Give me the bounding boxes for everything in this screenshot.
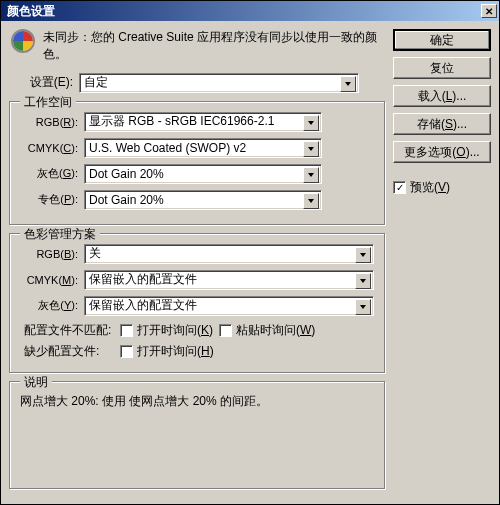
settings-row: 设置(E): 自定 [9,73,385,93]
dropdown-arrow-icon [303,167,319,183]
mgmt-cmyk-label: CMYK(M): [20,274,78,286]
rgb-dropdown[interactable]: 显示器 RGB - sRGB IEC61966-2.1 [84,112,322,132]
ask-paste-mismatch-label: 粘贴时询问(W) [236,322,315,339]
management-group: 色彩管理方案 RGB(B): 关 CMYK(M): 保留嵌入的配置文件 [9,233,385,373]
dropdown-arrow-icon [355,247,371,263]
ask-open-mismatch[interactable]: 打开时询问(K) [120,322,213,339]
left-panel: 未同步：您的 Creative Suite 应用程序没有同步以使用一致的颜色。 … [9,29,385,496]
checkbox-icon [120,345,133,358]
ok-button[interactable]: 确定 [393,29,491,51]
ask-paste-mismatch[interactable]: 粘贴时询问(W) [219,322,315,339]
mgmt-gray-value: 保留嵌入的配置文件 [89,297,197,314]
workspace-title: 工作空间 [20,94,76,111]
mgmt-cmyk-row: CMYK(M): 保留嵌入的配置文件 [20,270,374,290]
dropdown-arrow-icon [355,299,371,315]
ask-open-missing[interactable]: 打开时询问(H) [120,343,214,360]
dropdown-arrow-icon [303,115,319,131]
mgmt-rgb-label: RGB(B): [20,248,78,260]
mgmt-rgb-dropdown[interactable]: 关 [84,244,374,264]
preview-checkbox[interactable]: ✓ 预览(V) [393,179,491,196]
description-title: 说明 [20,374,52,391]
load-button[interactable]: 载入(L)... [393,85,491,107]
rgb-row: RGB(R): 显示器 RGB - sRGB IEC61966-2.1 [20,112,374,132]
missing-row: 缺少配置文件: 打开时询问(H) [20,343,374,360]
ask-open-missing-label: 打开时询问(H) [137,343,214,360]
gray-row: 灰色(G): Dot Gain 20% [20,164,374,184]
spot-dropdown[interactable]: Dot Gain 20% [84,190,322,210]
reset-button[interactable]: 复位 [393,57,491,79]
ask-open-mismatch-label: 打开时询问(K) [137,322,213,339]
dialog-title: 颜色设置 [7,3,55,20]
rgb-value: 显示器 RGB - sRGB IEC61966-2.1 [89,113,274,130]
sync-message: 未同步：您的 Creative Suite 应用程序没有同步以使用一致的颜色。 [43,29,385,63]
content: 未同步：您的 Creative Suite 应用程序没有同步以使用一致的颜色。 … [1,21,499,504]
gray-dropdown[interactable]: Dot Gain 20% [84,164,322,184]
gray-label: 灰色(G): [20,166,78,181]
rgb-label: RGB(R): [20,116,78,128]
mismatch-label: 配置文件不匹配: [24,322,114,339]
mgmt-gray-label: 灰色(Y): [20,298,78,313]
sync-warning-icon [11,29,35,53]
more-options-button[interactable]: 更多选项(O)... [393,141,491,163]
mgmt-gray-dropdown[interactable]: 保留嵌入的配置文件 [84,296,374,316]
cmyk-label: CMYK(C): [20,142,78,154]
management-title: 色彩管理方案 [20,226,100,243]
missing-label: 缺少配置文件: [24,343,114,360]
save-button[interactable]: 存储(S)... [393,113,491,135]
checkbox-icon [219,324,232,337]
cmyk-value: U.S. Web Coated (SWOP) v2 [89,141,246,155]
cmyk-row: CMYK(C): U.S. Web Coated (SWOP) v2 [20,138,374,158]
mgmt-gray-row: 灰色(Y): 保留嵌入的配置文件 [20,296,374,316]
settings-label: 设置(E): [27,74,73,91]
mismatch-row: 配置文件不匹配: 打开时询问(K) 粘贴时询问(W) [20,322,374,339]
mgmt-rgb-value: 关 [89,245,101,262]
settings-dropdown[interactable]: 自定 [79,73,359,93]
dialog-window: 颜色设置 ✕ 未同步：您的 Creative Suite 应用程序没有同步以使用… [0,0,500,505]
mgmt-rgb-row: RGB(B): 关 [20,244,374,264]
workspace-group: 工作空间 RGB(R): 显示器 RGB - sRGB IEC61966-2.1… [9,101,385,225]
dropdown-arrow-icon [303,193,319,209]
description-group: 说明 网点增大 20%: 使用 使网点增大 20% 的间距。 [9,381,385,489]
right-panel: 确定 复位 载入(L)... 存储(S)... 更多选项(O)... ✓ 预览(… [393,29,491,496]
settings-value: 自定 [84,74,108,91]
description-text: 网点增大 20%: 使用 使网点增大 20% 的间距。 [20,392,374,410]
mgmt-cmyk-dropdown[interactable]: 保留嵌入的配置文件 [84,270,374,290]
gray-value: Dot Gain 20% [89,167,164,181]
dropdown-arrow-icon [303,141,319,157]
titlebar: 颜色设置 ✕ [1,1,499,21]
dropdown-arrow-icon [355,273,371,289]
mgmt-cmyk-value: 保留嵌入的配置文件 [89,271,197,288]
spot-label: 专色(P): [20,192,78,207]
close-button[interactable]: ✕ [481,4,497,18]
sync-warning: 未同步：您的 Creative Suite 应用程序没有同步以使用一致的颜色。 [9,29,385,63]
preview-label: 预览(V) [410,179,450,196]
checkbox-checked-icon: ✓ [393,181,406,194]
spot-value: Dot Gain 20% [89,193,164,207]
spot-row: 专色(P): Dot Gain 20% [20,190,374,210]
checkbox-icon [120,324,133,337]
dropdown-arrow-icon [340,76,356,92]
cmyk-dropdown[interactable]: U.S. Web Coated (SWOP) v2 [84,138,322,158]
